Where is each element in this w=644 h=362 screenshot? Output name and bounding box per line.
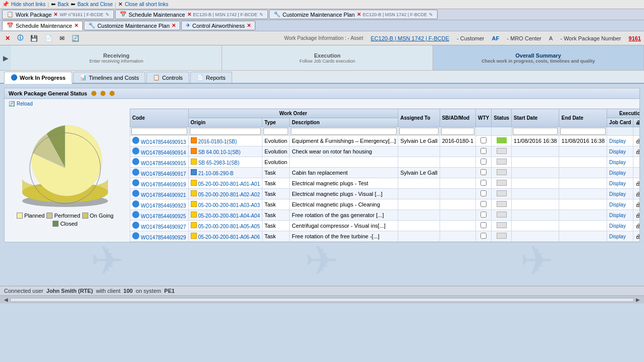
tab-sm-edit-icon[interactable]: ✎: [259, 12, 263, 17]
tab-cmp-edit-icon[interactable]: ✎: [429, 12, 433, 17]
print-icon[interactable]: 🖨: [635, 233, 639, 239]
hide-shortlinks-btn[interactable]: Hide short links: [11, 2, 45, 7]
code-link[interactable]: WO147854469092​1: [141, 192, 186, 198]
step-overall[interactable]: Overall Summary Check work in progress, …: [433, 45, 644, 70]
cell-print: [633, 157, 639, 168]
save-button[interactable]: 💾: [28, 33, 40, 43]
print-icon[interactable]: 🖨: [635, 223, 639, 229]
scroll-left-btn[interactable]: ◀: [2, 297, 10, 302]
tab-wp-edit-icon[interactable]: ✎: [105, 12, 110, 17]
code-link[interactable]: WO147854469091​5: [141, 161, 186, 166]
legend-performed-label: Performed: [54, 213, 80, 219]
back-close-btn[interactable]: Back and Close: [77, 2, 113, 7]
wty-checkbox[interactable]: [480, 201, 487, 207]
close-button[interactable]: ✕: [3, 33, 12, 43]
filter-assigned[interactable]: [399, 128, 438, 135]
close-all-btn[interactable]: Close all short links: [125, 2, 168, 7]
filter-enddate[interactable]: [560, 128, 606, 135]
asset-link[interactable]: EC120-B | MSN 1742 | F-BCDE: [371, 35, 450, 41]
jobcard-display-link[interactable]: Display: [609, 170, 626, 176]
origin-link[interactable]: 05-20-00-200-801-A01-A01: [198, 181, 260, 187]
jobcard-display-link[interactable]: Display: [609, 223, 626, 229]
code-link[interactable]: WO147854469092​5: [141, 214, 186, 219]
jobcard-display-link[interactable]: Display: [609, 138, 626, 144]
tab-sm-close[interactable]: ✕: [187, 12, 191, 17]
origin-link[interactable]: 05-20-00-200-801-A03-A03: [198, 202, 260, 208]
tab-controls[interactable]: 📋 Controls: [146, 72, 189, 83]
code-link[interactable]: WO147854469091​4: [141, 150, 186, 156]
scroll-track[interactable]: [10, 298, 634, 302]
wpnum-link[interactable]: 9161: [629, 35, 641, 41]
filter-origin[interactable]: [190, 128, 261, 135]
jobcard-display-link[interactable]: Display: [609, 181, 626, 186]
step-receiving[interactable]: Receiving Enter receiving information: [11, 45, 222, 70]
hscroll[interactable]: ◀ ▶: [0, 295, 644, 303]
origin-link[interactable]: 21-10-08-290-B: [198, 171, 234, 176]
jobcard-display-link[interactable]: Display: [609, 202, 626, 208]
tab-timelines[interactable]: 📊 Timelines and Costs: [73, 72, 145, 83]
print-icon[interactable]: 🖨: [635, 191, 639, 197]
jobcard-display-link[interactable]: Display: [609, 213, 626, 218]
origin-link[interactable]: 05-20-00-200-801-A04-A04: [198, 213, 260, 219]
scroll-right-btn[interactable]: ▶: [634, 297, 642, 302]
pinned-tab-airworthiness[interactable]: ✈ Control Airworthiness ✕: [181, 21, 255, 30]
print-icon[interactable]: 🖨: [635, 180, 639, 186]
wty-checkbox[interactable]: [480, 212, 487, 218]
origin-link[interactable]: 05-20-00-200-801-A02-A02: [198, 192, 260, 197]
origin-link[interactable]: 05-20-00-200-801-A06-A06: [198, 234, 260, 240]
wty-checkbox[interactable]: [480, 159, 487, 165]
filter-sbadmod[interactable]: [441, 128, 474, 135]
origin-link[interactable]: SB 64.00.10-1(SB): [198, 149, 241, 155]
steps-left-arrow[interactable]: ▶: [0, 45, 11, 70]
jobcard-display-link[interactable]: Display: [609, 160, 626, 165]
code-link[interactable]: WO147854469091​7: [141, 171, 186, 177]
wty-checkbox[interactable]: [480, 190, 487, 196]
tab-wp-close[interactable]: ✕: [53, 12, 58, 17]
filter-row: [130, 127, 640, 136]
code-link[interactable]: WO147854469092​9: [141, 235, 186, 240]
jobcard-display-link[interactable]: Display: [609, 191, 626, 197]
info-button[interactable]: ⓘ: [15, 32, 25, 44]
wty-checkbox[interactable]: [480, 169, 487, 175]
filter-type[interactable]: [263, 128, 288, 135]
jobcard-display-link[interactable]: Display: [609, 149, 626, 154]
pinned-ca-close[interactable]: ✕: [247, 23, 251, 28]
print-icon[interactable]: 🖨: [635, 148, 639, 154]
code-link[interactable]: WO147854469091​9: [141, 182, 186, 187]
tab-cmp-close[interactable]: ✕: [357, 12, 361, 17]
wty-checkbox[interactable]: [480, 137, 487, 143]
jobcard-display-link[interactable]: Display: [609, 234, 626, 239]
code-link[interactable]: WO147854469091​3: [141, 139, 186, 145]
tab-reports[interactable]: 📄 Reports: [190, 72, 232, 83]
code-link[interactable]: WO147854469092​3: [141, 203, 186, 209]
wty-checkbox[interactable]: [480, 180, 487, 186]
origin-link[interactable]: 05-20-00-200-801-A05-A05: [198, 224, 260, 229]
tab-schedule-maintenance[interactable]: 📅 Schedule Maintenance ✕ EC120-B | MSN 1…: [115, 10, 268, 19]
origin-link[interactable]: 2016-0180-1(SB): [198, 139, 237, 144]
back-btn[interactable]: Back: [58, 2, 69, 7]
cell-code: WO147854469092​1: [130, 189, 189, 199]
print-icon[interactable]: 🖨: [635, 201, 639, 208]
mail-button[interactable]: ✉: [58, 33, 67, 43]
pinned-sm-close[interactable]: ✕: [74, 23, 78, 28]
pinned-cmp-close[interactable]: ✕: [172, 23, 176, 28]
filter-description[interactable]: [291, 128, 397, 135]
refresh-button[interactable]: 🔄: [70, 33, 81, 43]
wty-checkbox[interactable]: [480, 148, 487, 154]
reload-button[interactable]: Reload: [17, 101, 33, 107]
print-icon[interactable]: 🖨: [635, 138, 639, 144]
tab-wip[interactable]: 🔵 Work In Progress: [4, 72, 72, 84]
pdf-button[interactable]: 📄: [43, 33, 55, 43]
filter-code[interactable]: [131, 128, 187, 135]
print-icon[interactable]: 🖨: [635, 212, 639, 218]
origin-link[interactable]: SB 65-2983-1(SB): [198, 160, 240, 166]
wty-checkbox[interactable]: [480, 222, 487, 228]
code-link[interactable]: WO147854469092​7: [141, 224, 186, 230]
pinned-tab-customize[interactable]: 🔧 Customize Maintenance Plan ✕: [84, 21, 180, 30]
wty-checkbox[interactable]: [480, 233, 487, 239]
filter-startdate[interactable]: [513, 128, 558, 135]
step-execution[interactable]: Execution Follow Job Cards execution: [222, 45, 433, 70]
pinned-tab-schedule-maintenance[interactable]: 📅 Schedule Maintenance ✕: [2, 21, 83, 30]
tab-customize-maintenance[interactable]: 🔧 Customize Maintenance Plan ✕ EC120-B |…: [269, 10, 438, 19]
tab-work-package[interactable]: 📋 Work Package ✕ WP n°9161 | F-BCDE ✎: [2, 10, 114, 19]
